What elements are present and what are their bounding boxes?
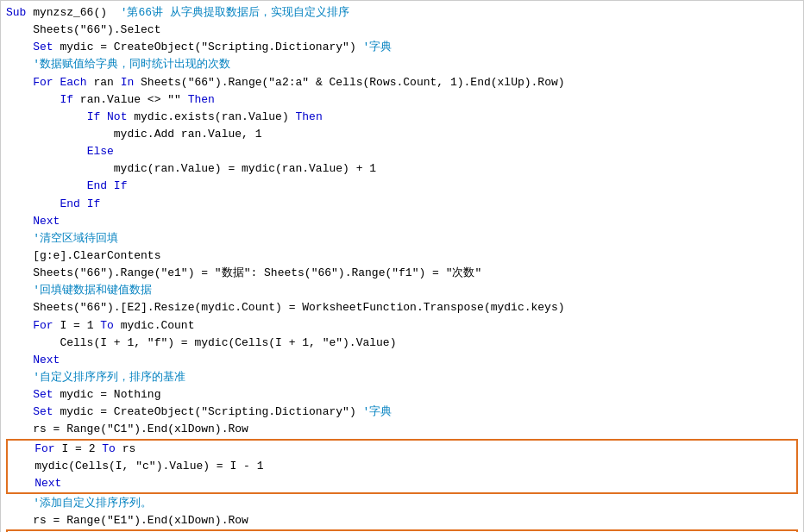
code-line: mydic(Cells(I, "c").Value) = I - 1 — [8, 458, 796, 475]
code-line: Cells(I + 1, "f") = mydic(Cells(I + 1, "… — [6, 335, 798, 352]
code-content: Sub mynzsz_66() '第66讲 从字典提取数据后，实现自定义排序 S… — [6, 4, 798, 532]
code-line: If ran.Value <> "" Then — [6, 91, 798, 109]
code-line: Set mydic = Nothing — [6, 386, 798, 404]
code-line: Sheets("66").Select — [6, 22, 798, 39]
code-line: Sheets("66").[E2].Resize(mydic.Count) = … — [6, 299, 798, 316]
code-line: End If — [6, 178, 798, 195]
code-line: '清空区域待回填 — [6, 230, 798, 247]
code-line: Set mydic = CreateObject("Scripting.Dict… — [6, 39, 798, 56]
code-line: Sheets("66").Range("e1") = "数据": Sheets(… — [6, 265, 798, 282]
code-line: [g:e].ClearContents — [6, 247, 798, 265]
orange-block-1: For I = 2 To rs mydic(Cells(I, "c").Valu… — [6, 439, 798, 494]
code-line: Next — [6, 213, 798, 230]
code-line: rs = Range("E1").End(xlDown).Row — [6, 512, 798, 529]
code-line: rs = Range("C1").End(xlDown).Row — [6, 421, 798, 438]
code-line: Sub mynzsz_66() '第66讲 从字典提取数据后，实现自定义排序 — [6, 4, 798, 22]
code-line: mydic(ran.Value) = mydic(ran.Value) + 1 — [6, 160, 798, 178]
code-line: For Each ran In Sheets("66").Range("a2:a… — [6, 74, 798, 91]
code-editor: Sub mynzsz_66() '第66讲 从字典提取数据后，实现自定义排序 S… — [0, 0, 804, 532]
code-line: If Not mydic.exists(ran.Value) Then — [6, 109, 798, 126]
code-line: Next — [8, 475, 796, 492]
code-line: Next — [6, 352, 798, 369]
code-line: End If — [6, 196, 798, 213]
code-line: '数据赋值给字典，同时统计出现的次数 — [6, 56, 798, 73]
code-line: mydic.Add ran.Value, 1 — [6, 126, 798, 143]
code-line: '添加自定义排序序列。 — [6, 495, 798, 512]
code-line: '自定义排序序列，排序的基准 — [6, 369, 798, 386]
code-line: '回填键数据和键值数据 — [6, 282, 798, 299]
code-line: Set mydic = CreateObject("Scripting.Dict… — [6, 404, 798, 421]
code-line: Else — [6, 143, 798, 160]
code-line: For I = 1 To mydic.Count — [6, 317, 798, 335]
code-line: For I = 2 To rs — [8, 441, 796, 458]
